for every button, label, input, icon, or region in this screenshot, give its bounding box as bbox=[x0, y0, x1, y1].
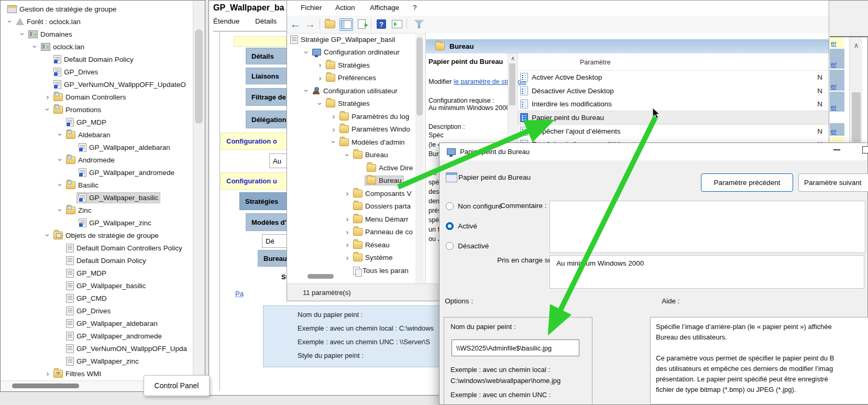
setting-row[interactable]: Désactiver Active DesktopN bbox=[518, 84, 829, 98]
chevron-icon[interactable]: › bbox=[43, 370, 52, 377]
tree-item[interactable]: ›oclock.lan bbox=[1, 40, 193, 53]
radio-desactive[interactable]: Désactivé bbox=[446, 242, 489, 250]
policy-link[interactable]: Pa bbox=[235, 290, 244, 298]
setting-row[interactable]: Empêcher l’ajout d’élémentsN bbox=[518, 124, 829, 138]
radio-non-configure[interactable]: Non configuré bbox=[446, 202, 502, 210]
tree-item[interactable]: ›Domain Controllers bbox=[1, 91, 193, 103]
tree-item[interactable]: ›Modèles d'admin bbox=[287, 136, 414, 149]
scrollbar-thumb[interactable] bbox=[12, 384, 79, 388]
chevron-icon[interactable]: › bbox=[330, 138, 337, 146]
chevron-icon[interactable]: › bbox=[57, 156, 64, 164]
tree-item[interactable]: Default Domain Policy bbox=[1, 254, 193, 267]
tree-item[interactable]: ›Menu Démarr bbox=[287, 213, 414, 226]
help-icon[interactable]: ? bbox=[375, 18, 388, 30]
gpedit-tree-scrollbar[interactable] bbox=[415, 33, 424, 283]
tree-item[interactable]: GP_Drives bbox=[1, 304, 193, 317]
tree-item[interactable]: GP_VerNumON_WallppOFF_Upda bbox=[1, 342, 193, 355]
wallpaper-name-input[interactable]: \\WS2025\Adminfile$\basilic.jpg bbox=[452, 340, 579, 356]
section-details[interactable]: Détails bbox=[246, 48, 287, 64]
show-hide-link[interactable]: er bbox=[830, 123, 844, 136]
chevron-icon[interactable]: › bbox=[316, 74, 324, 82]
tree-item[interactable]: ›Objets de stratégie de groupe bbox=[1, 229, 193, 242]
section-strategies[interactable]: Stratégies bbox=[239, 192, 287, 210]
tree-item[interactable]: ›Paramètres Windo bbox=[287, 123, 414, 136]
tree-item[interactable]: Default Domain Controllers Policy bbox=[1, 242, 193, 254]
show-console-tree-icon[interactable] bbox=[339, 18, 353, 31]
section-configuration-utilisateur[interactable]: Configuration u bbox=[221, 172, 287, 190]
tree-item[interactable]: Dossiers parta bbox=[287, 200, 414, 213]
tree-item[interactable]: GP_Wallpaper_andromede bbox=[1, 166, 193, 179]
tree-item[interactable]: ›Zinc bbox=[1, 204, 193, 216]
chevron-icon[interactable]: › bbox=[316, 100, 324, 108]
export-list-icon[interactable] bbox=[355, 18, 368, 30]
properties-window-icon[interactable] bbox=[391, 18, 403, 30]
forward-icon[interactable]: → bbox=[304, 18, 316, 30]
scrollbar-thumb[interactable] bbox=[852, 92, 861, 142]
tree-item[interactable]: Bureau bbox=[287, 174, 414, 188]
setting-row[interactable]: Interdire les modificationsN bbox=[518, 97, 829, 111]
menu-action[interactable]: Action bbox=[335, 4, 355, 12]
chevron-icon[interactable]: › bbox=[343, 254, 351, 261]
minimize-icon[interactable] bbox=[833, 149, 840, 150]
tree-item[interactable]: GP_MDP bbox=[1, 267, 193, 279]
tree-item[interactable]: ›Stratégies bbox=[287, 97, 414, 111]
scrollbar-thumb[interactable] bbox=[416, 37, 423, 116]
chevron-icon[interactable]: › bbox=[57, 206, 64, 214]
up-one-level-icon[interactable] bbox=[324, 18, 336, 30]
tree-item[interactable]: ›Paramètres du log bbox=[287, 110, 414, 123]
radio-icon[interactable] bbox=[446, 242, 454, 250]
back-icon[interactable]: ← bbox=[289, 18, 302, 30]
section-modeles-admin[interactable]: Modèles d' bbox=[246, 213, 287, 231]
tree-item[interactable]: ›Configuration utilisateur bbox=[287, 84, 414, 97]
menu-fichier[interactable]: Fichier bbox=[301, 4, 322, 12]
help-text-box[interactable]: Spécifie l’image d’arrière-plan (le « pa… bbox=[650, 317, 868, 404]
column-header-parametre[interactable]: Paramètre bbox=[580, 59, 610, 66]
section-configuration-ordinateur[interactable]: Configuration o bbox=[221, 133, 287, 150]
tree-item[interactable]: GP_Wallpaper_basilic bbox=[1, 279, 193, 292]
section-bureau[interactable]: Bureau bbox=[258, 250, 287, 267]
tree-item[interactable]: GP_MDP bbox=[1, 116, 193, 128]
scroll-up-icon[interactable]: ∧ bbox=[850, 41, 863, 49]
tree-item[interactable]: Tous les paran bbox=[287, 264, 414, 277]
tree-item[interactable]: Gestion de stratégie de groupe bbox=[1, 3, 193, 15]
tree-item[interactable]: ›Promotions bbox=[1, 103, 193, 116]
chevron-icon[interactable]: › bbox=[6, 17, 14, 26]
show-hide-link[interactable]: er bbox=[830, 37, 844, 48]
tree-item[interactable]: ›Basilic bbox=[1, 179, 193, 191]
chevron-icon[interactable]: › bbox=[329, 126, 338, 133]
chevron-icon[interactable]: › bbox=[303, 86, 310, 95]
chevron-icon[interactable]: › bbox=[19, 30, 26, 38]
chevron-icon[interactable]: › bbox=[44, 105, 51, 114]
chevron-icon[interactable]: › bbox=[43, 93, 52, 101]
show-hide-link[interactable]: er bbox=[830, 49, 844, 69]
tree-item[interactable]: Stratégie GP_Wallpaper_basil bbox=[287, 33, 414, 46]
section-delegation[interactable]: Délégation bbox=[246, 111, 287, 128]
tree-item[interactable]: GP_Wallpaper_basilic bbox=[1, 191, 193, 204]
tree-item[interactable]: ›Forêt : oclock.lan bbox=[1, 15, 193, 28]
tree-item[interactable]: ›Configuration ordinateur bbox=[287, 46, 414, 59]
maximize-icon[interactable] bbox=[862, 146, 868, 154]
tab-details[interactable]: Détails bbox=[255, 17, 277, 25]
previous-setting-button[interactable]: Paramètre précédent bbox=[701, 173, 793, 192]
tree-item[interactable]: ›Andromede bbox=[1, 154, 193, 166]
tree-item[interactable]: ›Système bbox=[287, 251, 414, 265]
chevron-icon[interactable]: › bbox=[57, 181, 64, 189]
radio-active[interactable]: Activé bbox=[446, 222, 477, 230]
comment-textarea[interactable] bbox=[550, 201, 865, 253]
tree-item[interactable]: ›Réseau bbox=[287, 238, 414, 251]
chevron-icon[interactable]: › bbox=[44, 231, 51, 239]
filter-icon[interactable] bbox=[413, 18, 425, 30]
tree-item[interactable]: Default Domain Policy bbox=[1, 53, 193, 65]
scrollbar-thumb[interactable] bbox=[195, 29, 203, 124]
setting-row[interactable]: Papier peint du Bureau bbox=[518, 111, 829, 125]
tree-item[interactable]: GP_Wallpaper_andromede bbox=[1, 330, 193, 342]
tree-item[interactable]: GP_Wallpaper_zinc bbox=[1, 216, 193, 229]
menu-help[interactable]: ? bbox=[413, 4, 417, 12]
radio-icon-selected[interactable] bbox=[446, 222, 454, 230]
chevron-icon[interactable]: › bbox=[343, 215, 351, 223]
tree-item[interactable]: GP_VerNumON_WallppOFF_UpdateO bbox=[1, 78, 193, 91]
chevron-icon[interactable]: › bbox=[316, 61, 324, 69]
tree-item[interactable]: GP_Wallpaper_aldebaran bbox=[1, 317, 193, 330]
chevron-icon[interactable]: › bbox=[303, 48, 310, 57]
chevron-icon[interactable]: › bbox=[57, 130, 64, 139]
